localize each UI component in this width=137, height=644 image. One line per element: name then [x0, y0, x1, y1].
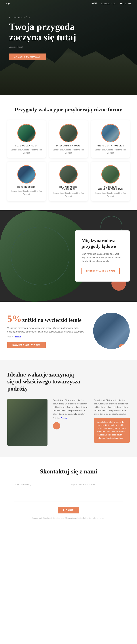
card-nearby: PRZYGODY W POBLIŻU Sample text. Click to…	[91, 120, 130, 158]
navigation: logo HOME CONTACT US ABOUT US	[0, 0, 137, 7]
discount-headline-text: zniżki na wycieczki letnie	[22, 317, 82, 323]
ideal-orange-circle	[53, 422, 60, 430]
land-image	[60, 124, 77, 142]
discount-image	[93, 312, 130, 349]
ideal-section: Idealne wakacje zaczynają się od właściw…	[0, 360, 137, 457]
hero-credit-link[interactable]: Freepik	[17, 46, 23, 48]
discount-credit: Zdjęcia z Freepik	[7, 336, 86, 338]
card-text-land: Sample text. Click to select the Text El…	[52, 148, 85, 154]
international-section: Międzynarodowe przygody lądowe Nibh vene…	[0, 210, 137, 302]
discount-section: 5% zniżki na wycieczki letnie Wygodnie z…	[0, 302, 137, 360]
card-title-romantic: ROMANTYCZNE WYCIECZKI	[52, 186, 85, 190]
email-input[interactable]	[70, 482, 123, 488]
nav-about[interactable]: ABOUT US	[120, 2, 132, 5]
card-title-land: PRZYGODY LĄDOWE	[52, 145, 85, 147]
international-body: Nibh venenatis cras sed felis eget velit…	[82, 252, 123, 263]
ocean-image	[18, 124, 35, 142]
ideal-col2-text: Sample text. Click to select the text bo…	[94, 398, 130, 416]
international-title: Międzynarodowe przygody lądowe	[82, 238, 123, 249]
contact-title: Skontaktuj się z nami	[7, 468, 130, 475]
discount-percent: 5%	[7, 314, 22, 324]
card-circle-ocean	[17, 124, 36, 142]
card-circle-land	[59, 124, 78, 142]
name-input[interactable]	[14, 482, 67, 488]
card-title-multiday: WYCIECZKI WIELOPRZYGODOWE	[94, 186, 127, 190]
card-land: PRZYGODY LĄDOWE Sample text. Click to se…	[49, 120, 88, 158]
nav-home[interactable]: HOME	[90, 2, 97, 5]
discount-body: Wygodnie zarezerwuj swoją wycieczkę onli…	[7, 326, 86, 334]
romantic-image	[60, 166, 77, 183]
form-field-email	[70, 482, 123, 488]
form-field-message	[14, 491, 123, 502]
nav-contact[interactable]: CONTACT US	[101, 2, 116, 5]
card-circle-nearby	[102, 124, 120, 142]
card-circle-multiday	[102, 165, 120, 184]
discount-cta-button[interactable]: DOWIEDZ SIĘ WIĘCEJ	[7, 342, 46, 348]
form-submit: PISANIE	[14, 507, 123, 514]
ideal-title: Idealne wakacje zaczynają się od właściw…	[7, 371, 80, 392]
ideal-col-left: Sample text. Click to select the text bo…	[53, 398, 88, 432]
card-circle-river	[17, 165, 36, 184]
discount-credit-link[interactable]: Freepik	[15, 336, 21, 338]
international-text-box: Międzynarodowe przygody lądowe Nibh vene…	[75, 230, 130, 282]
card-text-multiday: Sample text. Click to select the Text El…	[94, 192, 127, 198]
contact-section: Skontaktuj się z nami PISANIE Sample tex…	[0, 457, 137, 526]
card-title-river: REJS RZECZNY	[10, 186, 43, 188]
card-ocean: REJS OCEANICZNY Sample text. Click to se…	[7, 120, 46, 158]
card-text-ocean: Sample text. Click to select the Text El…	[10, 148, 43, 154]
contact-form: PISANIE	[14, 482, 123, 514]
form-row-1	[14, 482, 123, 488]
card-text-romantic: Sample text. Click to select the Text El…	[52, 192, 85, 198]
form-note: Sample text. Click to select the text bo…	[7, 517, 130, 519]
discount-text: 5% zniżki na wycieczki letnie Wygodnie z…	[7, 313, 86, 348]
submit-button[interactable]: PISANIE	[58, 507, 79, 514]
river-image	[18, 166, 35, 183]
card-circle-romantic	[59, 165, 78, 184]
ideal-credit-link[interactable]: Freepik	[61, 417, 67, 419]
message-textarea[interactable]	[14, 491, 123, 502]
card-river: REJS RZECZNY Sample text. Click to selec…	[7, 162, 46, 201]
logo: logo	[6, 2, 10, 5]
form-field-name	[14, 482, 67, 488]
hero-title: Twoja przygoda zaczyna się tutaj	[9, 22, 78, 42]
hero-section: BIURO PODRÓŻY Twoja przygoda zaczyna się…	[0, 0, 137, 95]
dark-content: Międzynarodowe przygody lądowe Nibh vene…	[0, 210, 137, 302]
ideal-col1-credit: Zdjęcia z Freepik	[53, 417, 88, 419]
card-romantic: ROMANTYCZNE WYCIECZKI Sample text. Click…	[49, 162, 88, 201]
discount-img-bg	[93, 312, 130, 349]
discount-deco-circle	[119, 344, 126, 349]
ideal-highlight-box: Sample text. Click to select the text bo…	[94, 418, 130, 443]
card-title-nearby: PRZYGODY W POBLIŻU	[94, 145, 127, 147]
card-text-nearby: Sample text. Click to select the Text El…	[94, 148, 127, 154]
nearby-image	[102, 124, 119, 142]
hero-content: BIURO PODRÓŻY Twoja przygoda zaczyna się…	[9, 16, 78, 60]
adventures-title: Przygody wakacyjne przybierają różne for…	[7, 106, 130, 113]
form-row-2	[14, 491, 123, 502]
card-title-ocean: REJS OCEANICZNY	[10, 145, 43, 147]
ideal-col-right: Sample text. Click to select the text bo…	[94, 398, 130, 442]
hero-credit: Zdjęcia z Freepik	[9, 46, 78, 48]
international-cta-button[interactable]: SKONTAKTUJ SIĘ Z NAMI	[82, 268, 120, 274]
hero-cta-button[interactable]: ZACZNIJ PLANOWAĆ	[9, 54, 46, 60]
discount-headline: 5% zniżki na wycieczki letnie	[7, 313, 86, 324]
hero-subtitle: BIURO PODRÓŻY	[9, 16, 78, 18]
adventures-section: Przygody wakacyjne przybierają różne for…	[0, 95, 137, 210]
ideal-col1-text: Sample text. Click to select the text bo…	[53, 398, 88, 416]
multiday-image	[102, 166, 119, 183]
card-text-river: Sample text. Click to select the Text El…	[10, 190, 43, 196]
nav-links: HOME CONTACT US ABOUT US	[90, 2, 132, 5]
ideal-image	[7, 398, 48, 446]
ideal-content: Sample text. Click to select the text bo…	[7, 398, 130, 446]
adventures-grid: REJS OCEANICZNY Sample text. Click to se…	[7, 120, 130, 201]
card-multiday: WYCIECZKI WIELOPRZYGODOWE Sample text. C…	[91, 162, 130, 201]
